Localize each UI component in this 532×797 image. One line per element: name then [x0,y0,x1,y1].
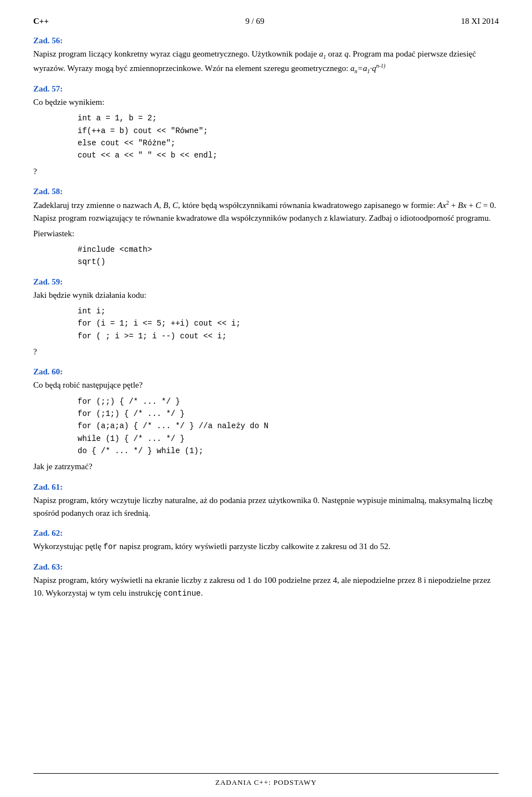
task-61-body: Napisz program, który wczytuje liczby na… [33,494,499,520]
task-57-code: int a = 1, b = 2; if(++a = b) cout << "R… [78,112,499,162]
task-58-hint-code: #include <cmath> sqrt() [78,243,499,268]
task-63-code: continue [163,589,201,598]
task-63: Zad. 63: Napisz program, który wyświetli… [33,562,499,600]
task-59: Zad. 59: Jaki będzie wynik działania kod… [33,277,499,359]
task-60: Zad. 60: Co będą robić następujące pętle… [33,367,499,473]
task-56-title: Zad. 56: [33,36,499,45]
task-58-title: Zad. 58: [33,187,499,196]
footer: ZADANIA C++: podstawy [33,773,499,787]
task-59-question: ? [33,347,37,356]
task-57-title: Zad. 57: [33,84,499,94]
task-58: Zad. 58: Zadeklaruj trzy zmienne o nazwa… [33,187,499,268]
task-56: Zad. 56: Napisz program liczący konkretn… [33,36,499,75]
task-56-body: Napisz program liczący konkretny wyraz c… [33,48,499,75]
task-57-question: ? [33,167,37,176]
task-59-code: int i; for (i = 1; i <= 5; ++i) cout << … [78,305,499,342]
task-58-body: Zadeklaruj trzy zmienne o nazwach A, B, … [33,199,499,225]
task-57-body: Co będzie wynikiem: int a = 1, b = 2; if… [33,96,499,178]
header-center: 9 / 69 [245,17,264,26]
task-62-code: for [104,542,117,551]
header-left: C++ [33,17,49,26]
task-60-code: for (;;) { /* ... */ } for (;1;) { /* ..… [78,395,499,458]
task-62-prefix: Wykorzystując pętlę [33,542,104,551]
task-63-body: Napisz program, który wyświetli na ekran… [33,574,499,600]
footer-text: ZADANIA C++: podstawy [215,778,316,786]
task-61-title: Zad. 61: [33,483,499,492]
task-57: Zad. 57: Co będzie wynikiem: int a = 1, … [33,84,499,178]
task-63-suffix: . [201,588,203,597]
task-60-question2: Jak je zatrzymać? [33,462,93,471]
task-63-prefix: Napisz program, który wyświetli na ekran… [33,576,491,597]
task-62-body: Wykorzystując pętlę for napisz program, … [33,540,499,554]
task-59-title: Zad. 59: [33,277,499,287]
header-right: 18 XI 2014 [461,17,499,26]
task-61: Zad. 61: Napisz program, który wczytuje … [33,483,499,520]
task-60-intro: Co będą robić następujące pętle? [33,380,142,389]
task-62-title: Zad. 62: [33,529,499,538]
task-58-hint: Pierwiastek: #include <cmath> sqrt() [33,227,499,268]
task-60-body: Co będą robić następujące pętle? for (;;… [33,379,499,473]
task-59-body: Jaki będzie wynik działania kodu: int i;… [33,289,499,359]
task-63-title: Zad. 63: [33,562,499,572]
task-62: Zad. 62: Wykorzystując pętlę for napisz … [33,529,499,554]
page: C++ 9 / 69 18 XI 2014 Zad. 56: Napisz pr… [0,0,532,797]
task-62-suffix: napisz program, który wyświetli parzyste… [117,542,391,551]
header: C++ 9 / 69 18 XI 2014 [33,17,499,26]
task-59-intro: Jaki będzie wynik działania kodu: [33,291,146,299]
task-60-title: Zad. 60: [33,367,499,377]
task-57-intro: Co będzie wynikiem: [33,98,104,106]
